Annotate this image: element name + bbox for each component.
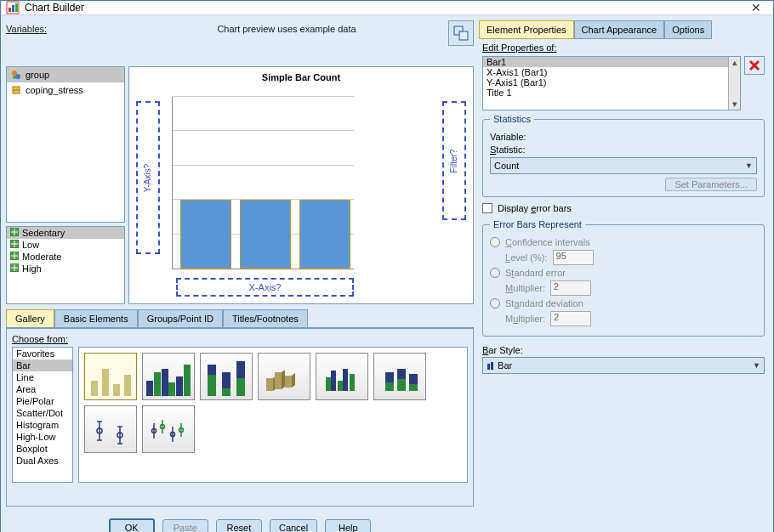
tab-basic-elements[interactable]: Basic Elements bbox=[54, 309, 138, 327]
lower-tabs-container: Gallery Basic Elements Groups/Point ID T… bbox=[6, 309, 474, 507]
app-icon bbox=[6, 1, 20, 14]
type-item[interactable]: Boxplot bbox=[13, 443, 72, 455]
category-item[interactable]: Low bbox=[7, 239, 124, 251]
layout-toggle-button[interactable] bbox=[448, 20, 474, 46]
filter-dropzone[interactable]: Filter? bbox=[442, 101, 466, 220]
type-item[interactable]: Bar bbox=[13, 359, 72, 371]
thumb-stacked-bar[interactable] bbox=[200, 353, 253, 400]
chart-preview[interactable]: Simple Bar Count Y-Axis? Filter? X-Axis? bbox=[128, 66, 474, 304]
reset-button[interactable]: Reset bbox=[216, 519, 262, 532]
statistics-legend: Statistics bbox=[490, 114, 534, 124]
svg-marker-28 bbox=[292, 373, 295, 388]
variable-item-coping-stress[interactable]: coping_stress bbox=[7, 82, 124, 98]
svg-marker-30 bbox=[331, 371, 336, 391]
variable-item-group[interactable]: group bbox=[7, 67, 124, 82]
category-item[interactable]: High bbox=[7, 263, 124, 274]
type-item[interactable]: Pie/Polar bbox=[13, 395, 72, 407]
help-button[interactable]: Help bbox=[325, 519, 371, 532]
svg-marker-29 bbox=[326, 377, 331, 391]
ci-radio bbox=[490, 237, 500, 247]
tab-titles-footnotes[interactable]: Titles/Footnotes bbox=[223, 309, 308, 327]
svg-rect-2 bbox=[12, 5, 14, 12]
x-axis-dropzone[interactable]: X-Axis? bbox=[176, 278, 354, 297]
chevron-down-icon: ▼ bbox=[753, 361, 760, 370]
svg-marker-27 bbox=[285, 376, 292, 388]
scroll-down-icon[interactable]: ▾ bbox=[732, 99, 737, 110]
thumb-stacked-3d-bar[interactable] bbox=[373, 353, 426, 400]
ok-button[interactable]: OK bbox=[109, 518, 155, 532]
paste-button[interactable]: Paste bbox=[162, 519, 208, 532]
type-item[interactable]: Line bbox=[13, 371, 72, 383]
element-item[interactable]: Title 1 bbox=[483, 88, 728, 98]
category-icon bbox=[10, 252, 19, 262]
svg-rect-1 bbox=[9, 8, 11, 12]
display-error-bars-label: Display error bars bbox=[498, 203, 572, 213]
svg-rect-58 bbox=[487, 364, 490, 370]
scroll-up-icon[interactable]: ▴ bbox=[732, 57, 737, 68]
svg-marker-26 bbox=[282, 370, 285, 389]
se-mult-input: 2 bbox=[550, 280, 591, 296]
category-item[interactable]: Moderate bbox=[7, 251, 124, 263]
element-item[interactable]: Bar1 bbox=[483, 57, 728, 67]
right-column: Element Properties Chart Appearance Opti… bbox=[479, 20, 768, 532]
category-icon bbox=[10, 263, 19, 274]
delete-element-button[interactable] bbox=[744, 56, 765, 75]
svg-point-8 bbox=[13, 76, 16, 79]
bar-style-select[interactable]: Bar ▼ bbox=[482, 357, 765, 374]
choose-from-label: Choose from: bbox=[12, 334, 468, 344]
chevron-down-icon: ▼ bbox=[745, 161, 753, 170]
chart-type-list[interactable]: Favorites Bar Line Area Pie/Polar Scatte… bbox=[12, 347, 73, 483]
thumb-clustered-error-bar[interactable] bbox=[142, 405, 195, 453]
type-item[interactable]: Scatter/Dot bbox=[13, 407, 72, 419]
variables-list[interactable]: group coping_stress bbox=[6, 66, 125, 223]
sd-radio bbox=[490, 298, 500, 308]
category-item[interactable]: Sedentary bbox=[7, 227, 124, 239]
window-title: Chart Builder bbox=[25, 2, 744, 14]
type-item[interactable]: Histogram bbox=[13, 419, 72, 431]
svg-rect-35 bbox=[385, 382, 394, 391]
svg-rect-37 bbox=[397, 379, 406, 391]
chart-title: Simple Bar Count bbox=[134, 72, 468, 82]
type-item[interactable]: Favorites bbox=[13, 348, 72, 359]
tab-options[interactable]: Options bbox=[664, 20, 712, 39]
categories-list[interactable]: Sedentary Low Moderate High bbox=[6, 226, 125, 304]
nominal-icon bbox=[10, 69, 22, 81]
thumb-3d-bar[interactable] bbox=[258, 353, 310, 400]
level-input: 95 bbox=[553, 250, 594, 265]
thumb-simple-bar[interactable] bbox=[84, 353, 137, 400]
display-error-bars-checkbox[interactable] bbox=[482, 203, 492, 213]
sd-mult-input: 2 bbox=[550, 311, 591, 326]
type-item[interactable]: High-Low bbox=[13, 431, 72, 443]
element-item[interactable]: X-Axis1 (Bar1) bbox=[483, 67, 728, 77]
scale-icon bbox=[10, 84, 22, 96]
statistic-select[interactable]: Count ▼ bbox=[490, 157, 757, 174]
thumb-clustered-3d-bar[interactable] bbox=[316, 353, 368, 400]
sd-mult-label: Multiplier: bbox=[505, 314, 545, 324]
set-parameters-button[interactable]: Set Parameters... bbox=[665, 178, 757, 191]
y-axis-dropzone[interactable]: Y-Axis? bbox=[136, 101, 160, 254]
svg-rect-39 bbox=[409, 384, 418, 391]
statistic-label: Statistic: bbox=[490, 144, 526, 155]
tab-chart-appearance[interactable]: Chart Appearance bbox=[574, 20, 665, 39]
category-icon bbox=[10, 228, 19, 238]
element-list[interactable]: Bar1 X-Axis1 (Bar1) Y-Axis1 (Bar1) Title… bbox=[482, 56, 741, 110]
svg-point-7 bbox=[15, 74, 20, 79]
tab-gallery[interactable]: Gallery bbox=[6, 309, 54, 327]
gallery-thumbnails bbox=[78, 347, 468, 483]
dialog-body: Variables: Chart preview uses example da… bbox=[1, 15, 773, 532]
thumb-clustered-bar[interactable] bbox=[142, 353, 195, 400]
layout-toggle-icon bbox=[453, 25, 469, 41]
se-radio bbox=[490, 268, 500, 278]
scrollbar[interactable]: ▴▾ bbox=[728, 57, 740, 110]
cancel-button[interactable]: Cancel bbox=[270, 519, 317, 532]
close-button[interactable]: ✕ bbox=[744, 1, 768, 14]
thumb-simple-error-bar[interactable] bbox=[84, 405, 137, 453]
svg-marker-23 bbox=[266, 378, 273, 391]
tab-element-properties[interactable]: Element Properties bbox=[479, 20, 574, 39]
element-item[interactable]: Y-Axis1 (Bar1) bbox=[483, 77, 728, 88]
type-item[interactable]: Area bbox=[13, 383, 72, 395]
svg-marker-33 bbox=[350, 374, 355, 391]
type-item[interactable]: Dual Axes bbox=[13, 455, 72, 467]
tab-groups-point-id[interactable]: Groups/Point ID bbox=[138, 309, 223, 327]
bar-style-label: Bar Style: bbox=[482, 345, 765, 355]
